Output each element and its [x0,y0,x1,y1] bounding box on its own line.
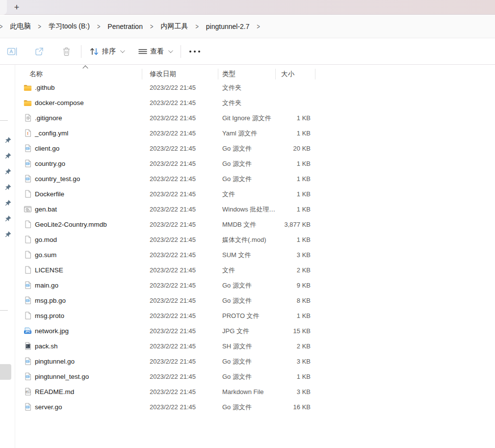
breadcrumb-item[interactable]: pingtunnel-2.7 [201,20,255,33]
file-name-cell[interactable]: .gitignore [16,114,142,122]
column-header-name[interactable]: 名称 [16,69,142,79]
file-row[interactable]: gen.bat2023/2/22 21:45Windows 批处理…1 KB [16,202,335,217]
file-size: 16 KB [276,403,315,411]
file-name-cell[interactable]: pingtunnel.go [16,357,142,366]
rename-button[interactable] [3,43,22,60]
breadcrumb-item[interactable]: Penetration [103,20,148,33]
breadcrumb-item[interactable]: 内网工具 [156,19,193,34]
file-size: 8 KB [276,297,315,304]
breadcrumb-item[interactable]: 此电脑 [5,19,35,34]
file-row[interactable]: msg.pb.go2023/2/22 21:45Go 源文件8 KB [16,293,335,308]
pinned-item-pin-icon[interactable] [4,215,11,223]
file-date-modified: 2023/2/22 21:45 [142,160,218,167]
file-row[interactable]: client.go2023/2/22 21:45Go 源文件20 KB [16,141,335,156]
pinned-item-pin-icon[interactable] [4,184,11,191]
file-row[interactable]: .gitignore2023/2/22 21:45Git Ignore 源文件1… [16,110,335,126]
sort-button[interactable]: 排序 [85,43,128,60]
pinned-item-pin-icon[interactable] [4,168,11,176]
column-header-date[interactable]: 修改日期 [142,69,218,79]
file-name: pack.sh [35,343,58,350]
file-name-cell[interactable]: GeoLite2-Country.mmdb [16,220,142,229]
file-name-cell[interactable]: msg.pb.go [16,296,142,305]
nav-selected-item[interactable] [0,364,11,380]
file-name: client.go [35,145,59,152]
file-type-icon [24,205,32,213]
file-name-cell[interactable]: JPGnetwork.jpg [16,327,142,335]
delete-button[interactable] [58,43,75,60]
new-tab-button[interactable]: + [11,2,23,14]
file-row[interactable]: LICENSE2023/2/22 21:45文件2 KB [16,263,335,278]
file-name: go.mod [35,236,57,243]
file-row[interactable]: country_test.go2023/2/22 21:45Go 源文件1 KB [16,171,335,186]
pinned-item-pin-icon[interactable] [4,153,11,160]
file-row[interactable]: go.sum2023/2/22 21:45SUM 文件3 KB [16,247,335,263]
file-name-cell[interactable]: pingtunnel_test.go [16,372,142,381]
file-name-cell[interactable]: country_test.go [16,175,142,183]
file-row[interactable]: server.go2023/2/22 21:45Go 源文件16 KB [16,399,335,415]
column-header-size[interactable]: 大小 [276,69,315,79]
file-name-cell[interactable]: .github [16,83,142,92]
svg-text:JPG: JPG [25,330,30,333]
file-type-icon: ! [24,129,32,137]
file-name-cell[interactable]: client.go [16,144,142,153]
pinned-item-pin-icon[interactable] [4,200,11,207]
file-name-cell[interactable]: docker-compose [16,99,142,107]
file-row[interactable]: pingtunnel.go2023/2/22 21:45Go 源文件3 KB [16,354,335,369]
file-date-modified: 2023/2/22 21:45 [142,266,218,274]
view-button[interactable]: 查看 [134,43,176,60]
view-icon [138,48,147,55]
file-name-cell[interactable]: msg.proto [16,312,142,320]
file-name: go.sum [35,251,56,259]
file-row[interactable]: MREADME.md2023/2/22 21:45Markdown File3 … [16,384,335,399]
file-type: Windows 批处理… [218,205,276,214]
file-name-cell[interactable]: pack.sh [16,342,142,350]
file-date-modified: 2023/2/22 21:45 [142,221,218,228]
chevron-right-icon[interactable]: > [255,23,262,30]
file-name-cell[interactable]: main.go [16,281,142,290]
file-name: LICENSE [35,266,63,274]
file-row[interactable]: go.mod2023/2/22 21:45媒体文件(.mod)1 KB [16,232,335,247]
rename-icon [7,47,18,56]
file-name-cell[interactable]: !_config.yml [16,129,142,137]
file-name: country.go [35,160,65,167]
file-row[interactable]: pingtunnel_test.go2023/2/22 21:45Go 源文件1… [16,369,335,384]
file-date-modified: 2023/2/22 21:45 [142,84,218,91]
file-row[interactable]: !_config.yml2023/2/22 21:45Yaml 源文件1 KB [16,126,335,141]
file-date-modified: 2023/2/22 21:45 [142,251,218,259]
file-row[interactable]: Dockerfile2023/2/22 21:45文件1 KB [16,186,335,202]
file-size: 1 KB [276,312,315,319]
file-row[interactable]: pack.sh2023/2/22 21:45SH 源文件2 KB [16,339,335,354]
pinned-item-pin-icon[interactable] [4,137,11,144]
breadcrumb-item[interactable]: 学习tools (B:) [44,19,95,34]
file-date-modified: 2023/2/22 21:45 [142,312,218,319]
file-row[interactable]: country.go2023/2/22 21:45Go 源文件1 KB [16,156,335,171]
file-date-modified: 2023/2/22 21:45 [142,403,218,411]
file-row[interactable]: docker-compose2023/2/22 21:45文件夹 [16,95,335,110]
file-name-cell[interactable]: go.sum [16,251,142,259]
file-row[interactable]: .github2023/2/22 21:45文件夹 [16,80,335,95]
file-name-cell[interactable]: Dockerfile [16,190,142,198]
column-header-type[interactable]: 类型 [218,69,276,79]
file-row[interactable]: msg.proto2023/2/22 21:45PROTO 文件1 KB [16,308,335,323]
pinned-item-pin-icon[interactable] [4,231,11,238]
file-row[interactable]: GeoLite2-Country.mmdb2023/2/22 21:45MMDB… [16,217,335,232]
file-name-cell[interactable]: country.go [16,159,142,168]
file-name-cell[interactable]: gen.bat [16,205,142,213]
folder-icon [24,99,32,107]
file-size: 1 KB [276,160,315,167]
file-row[interactable]: JPGnetwork.jpg2023/2/22 21:45JPG 文件15 KB [16,323,335,339]
file-type-icon [24,372,32,381]
file-name-cell[interactable]: LICENSE [16,266,142,274]
file-type-icon [24,236,32,244]
more-options-button[interactable] [185,43,205,60]
folder-icon [24,83,32,92]
file-row[interactable]: main.go2023/2/22 21:45Go 源文件9 KB [16,278,335,293]
file-name-cell[interactable]: go.mod [16,236,142,244]
file-type-icon [24,190,32,198]
file-name-cell[interactable]: server.go [16,403,142,411]
file-size: 1 KB [276,114,315,122]
share-button[interactable] [30,43,48,60]
toolbar-divider [81,45,81,58]
file-name-cell[interactable]: MREADME.md [16,388,142,396]
file-size: 3 KB [276,388,315,395]
